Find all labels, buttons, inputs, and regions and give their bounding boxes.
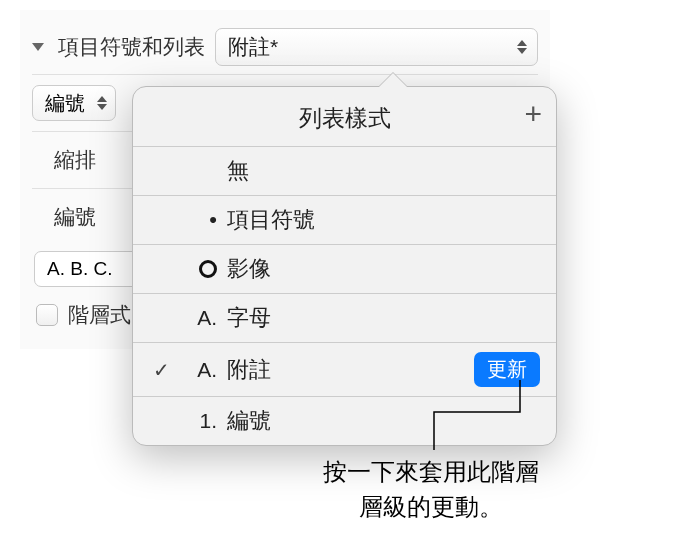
- callout-line1: 按一下來套用此階層: [296, 455, 566, 490]
- hierarchical-checkbox[interactable]: [36, 304, 58, 326]
- list-style-dropdown[interactable]: 附註*: [215, 28, 538, 66]
- bullet-icon: •: [173, 209, 227, 231]
- updown-icon: [517, 40, 527, 54]
- style-item-letter[interactable]: A. 字母: [133, 294, 556, 343]
- number-type-dropdown[interactable]: 編號: [32, 85, 116, 121]
- style-name: 影像: [227, 254, 271, 284]
- add-style-button[interactable]: +: [524, 99, 542, 129]
- style-name: 無: [227, 156, 249, 186]
- section-header-row: 項目符號和列表 附註*: [32, 20, 538, 74]
- style-prefix: A.: [173, 358, 227, 382]
- style-item-number[interactable]: 1. 編號: [133, 397, 556, 445]
- list-style-value: 附註*: [228, 33, 278, 61]
- style-prefix: A.: [173, 306, 227, 330]
- circle-icon: [173, 260, 227, 278]
- style-list: 無 • 項目符號 影像 A. 字母 ✓ A. 附註 更新 1. 編號: [133, 147, 556, 445]
- style-name: 編號: [227, 406, 271, 436]
- style-item-image[interactable]: 影像: [133, 245, 556, 294]
- style-item-none[interactable]: 無: [133, 147, 556, 196]
- update-button[interactable]: 更新: [474, 352, 540, 387]
- style-name: 字母: [227, 303, 271, 333]
- callout-line2: 層級的更動。: [296, 490, 566, 525]
- style-name: 附註: [227, 355, 271, 385]
- popover-header: 列表樣式 +: [133, 87, 556, 147]
- updown-icon: [97, 96, 107, 110]
- checkmark-icon: ✓: [149, 358, 173, 382]
- style-item-note[interactable]: ✓ A. 附註 更新: [133, 343, 556, 397]
- hierarchical-label: 階層式: [68, 301, 131, 329]
- callout-text: 按一下來套用此階層 層級的更動。: [296, 455, 566, 525]
- style-name: 項目符號: [227, 205, 315, 235]
- style-prefix: 1.: [173, 409, 227, 433]
- number-type-label: 編號: [45, 90, 85, 117]
- format-preview-value: A. B. C.: [47, 258, 112, 280]
- disclosure-triangle-icon[interactable]: [32, 43, 44, 51]
- section-title: 項目符號和列表: [58, 33, 205, 61]
- list-style-popover: 列表樣式 + 無 • 項目符號 影像 A. 字母 ✓ A. 附註 更新: [132, 86, 557, 446]
- popover-title: 列表樣式: [299, 103, 391, 134]
- style-item-bullet[interactable]: • 項目符號: [133, 196, 556, 245]
